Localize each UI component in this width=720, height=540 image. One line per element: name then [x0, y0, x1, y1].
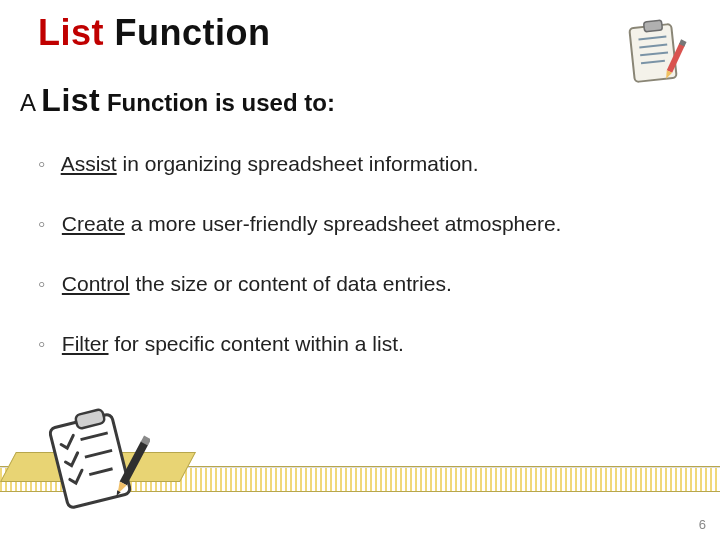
slide: List Function A List Function is used to…	[0, 0, 720, 540]
bullet-text: in organizing spreadsheet information.	[117, 152, 479, 175]
bullet-marker: ◦	[38, 272, 56, 296]
title-word-list: List	[38, 12, 104, 53]
subtitle-prefix: A	[20, 89, 41, 116]
subtitle-rest: Function is used to:	[100, 89, 335, 116]
bullet-keyword: Filter	[62, 332, 109, 355]
bullet-keyword: Create	[62, 212, 125, 235]
clipboard-icon	[620, 18, 690, 88]
bullet-marker: ◦	[38, 332, 56, 356]
page-number: 6	[699, 517, 706, 532]
svg-rect-9	[49, 413, 131, 508]
bullet-keyword: Assist	[61, 152, 117, 175]
bullet-text: a more user-friendly spreadsheet atmosph…	[125, 212, 562, 235]
list-item: ◦ Control the size or content of data en…	[38, 272, 690, 296]
list-item: ◦ Create a more user-friendly spreadshee…	[38, 212, 690, 236]
subtitle-keyword: List	[41, 82, 100, 118]
list-item: ◦ Filter for specific content within a l…	[38, 332, 690, 356]
bullet-marker: ◦	[38, 152, 56, 176]
svg-rect-1	[644, 20, 663, 32]
subtitle: A List Function is used to:	[20, 82, 335, 119]
list-item: ◦ Assist in organizing spreadsheet infor…	[38, 152, 690, 176]
clipboard-check-icon	[40, 408, 150, 518]
bullet-text: for specific content within a list.	[109, 332, 404, 355]
bullet-marker: ◦	[38, 212, 56, 236]
bullet-keyword: Control	[62, 272, 130, 295]
title-word-function: Function	[115, 12, 271, 53]
bullet-text: the size or content of data entries.	[130, 272, 452, 295]
bullet-list: ◦ Assist in organizing spreadsheet infor…	[38, 152, 690, 392]
page-title: List Function	[38, 12, 271, 54]
